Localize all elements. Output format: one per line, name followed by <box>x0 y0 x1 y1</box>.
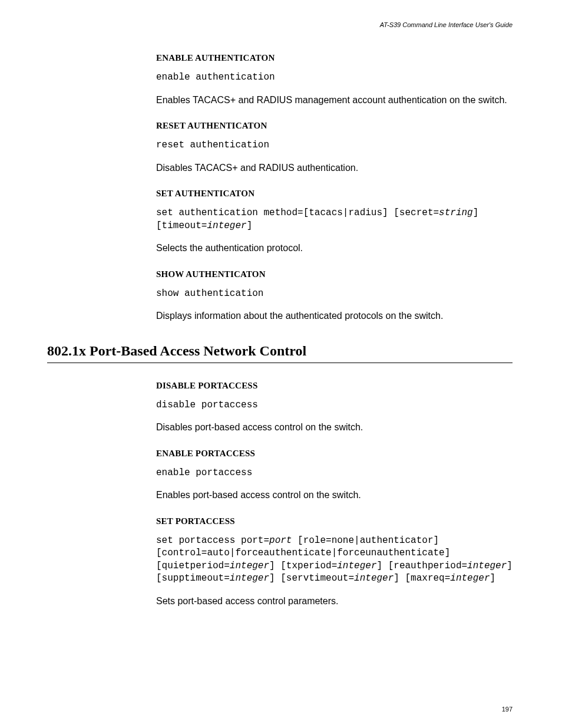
desc-show-auth: Displays information about the authentic… <box>156 309 513 322</box>
code-param: integer <box>354 573 394 584</box>
heading-set-auth: SET AUTHENTICATON <box>156 189 513 199</box>
section-heading-portaccess: 802.1x Port-Based Access Network Control <box>47 343 513 363</box>
content-area-2: DISABLE PORTACCESS disable portaccess Di… <box>156 381 513 608</box>
code-text: ] [maxreq= <box>394 573 450 584</box>
code-param: integer <box>207 220 246 231</box>
code-param: port <box>269 535 292 546</box>
code-disable-port: disable portaccess <box>156 399 513 412</box>
code-text: ] [servtimeout= <box>269 573 354 584</box>
desc-enable-port: Enables port-based access control on the… <box>156 489 513 502</box>
heading-show-auth: SHOW AUTHENTICATON <box>156 269 513 279</box>
code-text: ] [txperiod= <box>269 561 337 571</box>
code-param: string <box>439 207 473 218</box>
code-param: integer <box>450 573 490 584</box>
code-param: integer <box>230 561 269 571</box>
code-enable-auth: enable authentication <box>156 71 513 84</box>
code-text: set portaccess port= <box>156 535 269 546</box>
heading-set-port: SET PORTACCESS <box>156 516 513 526</box>
code-text: ] [reauthperiod= <box>376 561 467 571</box>
code-text: set authentication method=[tacacs|radius… <box>156 207 439 218</box>
desc-disable-port: Disables port-based access control on th… <box>156 421 513 434</box>
content-area: ENABLE AUTHENTICATON enable authenticati… <box>156 53 513 323</box>
code-text: ] <box>490 573 496 584</box>
heading-enable-port: ENABLE PORTACCESS <box>156 449 513 459</box>
heading-reset-auth: RESET AUTHENTICATON <box>156 121 513 131</box>
desc-set-port: Sets port-based access control parameter… <box>156 595 513 608</box>
desc-reset-auth: Disables TACACS+ and RADIUS authenticati… <box>156 162 513 174</box>
spacer <box>47 363 515 381</box>
code-set-port: set portaccess port=port [role=none|auth… <box>156 535 513 585</box>
code-enable-port: enable portaccess <box>156 467 513 480</box>
desc-enable-auth: Enables TACACS+ and RADIUS management ac… <box>156 94 513 107</box>
code-set-auth: set authentication method=[tacacs|radius… <box>156 207 513 232</box>
heading-enable-auth: ENABLE AUTHENTICATON <box>156 53 513 63</box>
code-reset-auth: reset authentication <box>156 139 513 152</box>
code-param: integer <box>467 561 507 571</box>
code-text: ] <box>247 220 253 231</box>
page-number: 197 <box>502 706 513 713</box>
running-header: AT-S39 Command Line Interface User's Gui… <box>47 21 515 28</box>
code-param: integer <box>337 561 376 571</box>
heading-disable-port: DISABLE PORTACCESS <box>156 381 513 391</box>
code-param: integer <box>230 573 269 584</box>
desc-set-auth: Selects the authentication protocol. <box>156 242 513 255</box>
code-show-auth: show authentication <box>156 288 513 301</box>
